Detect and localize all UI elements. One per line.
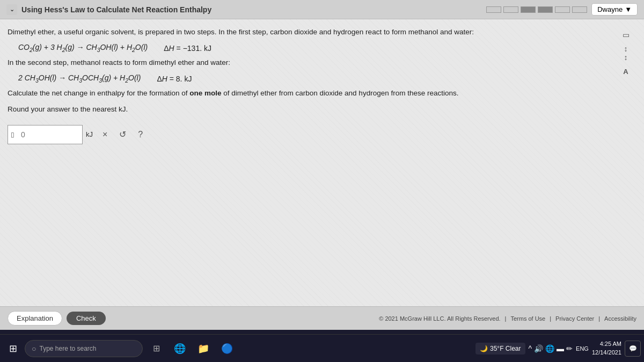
- weather-widget: 🌙 35°F Clear: [475, 343, 525, 354]
- content-area: Dimethyl ether, a useful organic solvent…: [0, 19, 644, 306]
- progress-seg-2: [503, 6, 518, 13]
- progress-bar: [486, 6, 587, 13]
- equation-2-lhs: 2 CH3OH(l) → CH3OCH3(g) + H2O(l): [18, 73, 141, 84]
- footer-copyright: © 2021 McGraw Hill LLC. All Rights Reser…: [379, 315, 500, 322]
- input-indicator-icon: ▯: [11, 131, 14, 138]
- question-text: Calculate the net change in enthalpy for…: [8, 88, 614, 99]
- equation-1-lhs: CO2(g) + 3 H2(g) → CH3OH(l) + H2O(l): [18, 43, 148, 53]
- check-button[interactable]: Check: [67, 312, 106, 325]
- progress-seg-5: [555, 6, 570, 13]
- explanation-button[interactable]: Explanation: [8, 311, 62, 326]
- taskbar-app-edge[interactable]: 🌐: [169, 337, 191, 360]
- clock-date: 12/14/2021: [592, 349, 621, 357]
- footer-links: © 2021 McGraw Hill LLC. All Rights Reser…: [379, 315, 636, 322]
- accessibility-link[interactable]: Accessibility: [604, 315, 636, 322]
- instruction-text: Round your answer to the nearest kJ.: [8, 104, 614, 115]
- taskbar-right: 🌙 35°F Clear ^ 🔊 🌐 ▬ ✏ ENG 4:25 AM 12/14…: [475, 340, 641, 357]
- equation-1-enthalpy: ΔH = −131. kJ: [164, 44, 211, 53]
- clock-time: 4:25 AM: [592, 340, 621, 348]
- taskbar-search[interactable]: ○ Type here to search: [25, 340, 143, 357]
- bottom-bar: Explanation Check © 2021 McGraw Hill LLC…: [0, 306, 644, 330]
- taskbar-app-folder[interactable]: 📁: [192, 337, 215, 360]
- taskbar-app-grid[interactable]: ⊞: [145, 337, 167, 360]
- weather-moon-icon: 🌙: [480, 345, 488, 352]
- network-icon[interactable]: 🌐: [545, 344, 554, 353]
- bottom-left: Explanation Check: [8, 311, 106, 326]
- progress-seg-1: [486, 6, 501, 13]
- right-sidebar: ▭ ↕↕ A: [618, 27, 633, 301]
- clear-button[interactable]: ×: [100, 128, 109, 142]
- sidebar-icon-table[interactable]: ▭: [620, 29, 632, 41]
- progress-seg-6: [572, 6, 587, 13]
- taskbar: ⊞ ○ Type here to search ⊞ 🌐 📁 🔵 🌙 35°F C…: [0, 334, 644, 362]
- taskbar-clock: 4:25 AM 12/14/2021: [592, 340, 621, 357]
- chevron-down-icon: ▼: [625, 5, 632, 13]
- taskbar-sys-icons: ^ 🔊 🌐 ▬ ✏: [529, 344, 573, 353]
- top-bar: ⌄ Using Hess's Law to Calculate Net Reac…: [0, 0, 644, 19]
- taskbar-app-chrome[interactable]: 🔵: [216, 337, 238, 360]
- sidebar-icon-chart[interactable]: ↕↕: [620, 47, 632, 59]
- battery-icon[interactable]: ▬: [557, 344, 564, 353]
- help-button[interactable]: ?: [136, 128, 145, 142]
- undo-button[interactable]: ↺: [117, 127, 128, 142]
- problem-intro: Dimethyl ether, a useful organic solvent…: [8, 27, 614, 38]
- chevron-icon[interactable]: ^: [529, 344, 532, 353]
- volume-icon[interactable]: 🔊: [534, 344, 543, 353]
- terms-link[interactable]: Terms of Use: [510, 315, 545, 322]
- expand-button[interactable]: ⌄: [6, 4, 17, 15]
- main-window: ⌄ Using Hess's Law to Calculate Net Reac…: [0, 0, 644, 330]
- taskbar-search-label: Type here to search: [39, 345, 96, 352]
- main-content: Dimethyl ether, a useful organic solvent…: [8, 27, 614, 301]
- sidebar-icon-text[interactable]: A: [620, 65, 632, 77]
- answer-input[interactable]: [8, 125, 83, 144]
- notification-button[interactable]: 💬: [625, 341, 641, 357]
- language-label: ENG: [576, 345, 589, 352]
- equation-2-enthalpy: ΔH = 8. kJ: [157, 75, 192, 83]
- answer-input-wrapper: ▯ kJ: [8, 125, 93, 144]
- answer-section: ▯ kJ × ↺ ?: [8, 125, 614, 144]
- problem-eq2-intro: In the second step, methanol reacts to f…: [8, 57, 614, 68]
- weather-text: 35°F Clear: [490, 345, 521, 352]
- search-icon: ○: [32, 344, 36, 353]
- user-name: Dwayne: [597, 5, 623, 13]
- progress-seg-4: [538, 6, 553, 13]
- progress-seg-3: [521, 6, 536, 13]
- start-button[interactable]: ⊞: [3, 339, 23, 358]
- pen-icon[interactable]: ✏: [566, 344, 573, 353]
- top-bar-right: Dwayne ▼: [486, 3, 638, 16]
- taskbar-app-icons: ⊞ 🌐 📁 🔵: [145, 337, 238, 360]
- privacy-link[interactable]: Privacy Center: [555, 315, 594, 322]
- unit-label: kJ: [86, 130, 93, 138]
- user-menu-button[interactable]: Dwayne ▼: [591, 3, 638, 16]
- equation-2-block: 2 CH3OH(l) → CH3OCH3(g) + H2O(l) ΔH = 8.…: [18, 73, 614, 84]
- window-title: Using Hess's Law to Calculate Net Reacti…: [21, 5, 211, 14]
- equation-1-block: CO2(g) + 3 H2(g) → CH3OH(l) + H2O(l) ΔH …: [18, 43, 614, 53]
